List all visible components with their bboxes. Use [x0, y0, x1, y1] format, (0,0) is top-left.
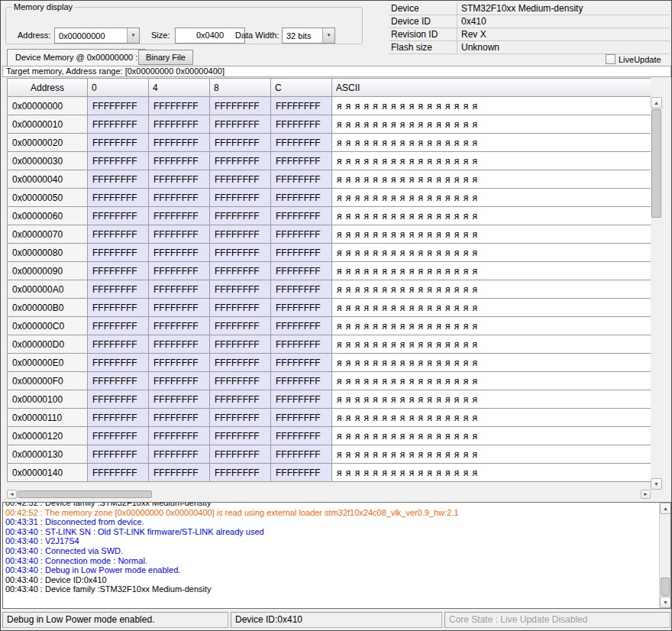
tab-device-memory[interactable]: Device Memory @ 0x00000000 : [7, 49, 146, 66]
memory-value-cell[interactable]: FFFFFFFF [88, 152, 149, 170]
memory-value-cell[interactable]: FFFFFFFF [88, 299, 149, 317]
memory-horizontal-scroll-thumb[interactable] [18, 490, 152, 498]
memory-value-cell[interactable]: FFFFFFFF [271, 170, 332, 189]
scroll-up-icon[interactable]: ▲ [651, 97, 662, 108]
memory-value-cell[interactable]: FFFFFFFF [88, 317, 149, 335]
memory-value-cell[interactable]: FFFFFFFF [149, 409, 210, 427]
memory-value-cell[interactable]: FFFFFFFF [88, 207, 149, 225]
memory-value-cell[interactable]: FFFFFFFF [210, 207, 271, 225]
memory-value-cell[interactable]: FFFFFFFF [271, 335, 332, 354]
memory-value-cell[interactable]: FFFFFFFF [271, 207, 332, 225]
scroll-down-icon[interactable]: ▼ [660, 597, 671, 608]
memory-value-cell[interactable]: FFFFFFFF [88, 134, 149, 152]
scroll-down-icon[interactable]: ▼ [651, 478, 662, 490]
memory-value-cell[interactable]: FFFFFFFF [210, 317, 271, 335]
scroll-left-icon[interactable]: ◄ [7, 490, 17, 499]
memory-value-cell[interactable]: FFFFFFFF [271, 427, 332, 445]
memory-value-cell[interactable]: FFFFFFFF [210, 97, 271, 115]
memory-value-cell[interactable]: FFFFFFFF [88, 390, 149, 409]
data-width-combobox[interactable]: 32 bits ▼ [282, 28, 335, 44]
memory-value-cell[interactable]: FFFFFFFF [210, 445, 271, 464]
memory-horizontal-scrollbar[interactable]: ◄ ► [7, 490, 651, 499]
memory-value-cell[interactable]: FFFFFFFF [271, 244, 332, 262]
memory-value-cell[interactable]: FFFFFFFF [88, 354, 149, 372]
scroll-right-icon[interactable]: ► [641, 490, 651, 499]
memory-value-cell[interactable]: FFFFFFFF [149, 244, 210, 262]
address-combobox[interactable]: 0x00000000 ▼ [54, 28, 140, 44]
tab-binary-file[interactable]: Binary File [138, 50, 193, 65]
memory-value-cell[interactable]: FFFFFFFF [88, 335, 149, 354]
memory-value-cell[interactable]: FFFFFFFF [210, 390, 271, 409]
memory-value-cell[interactable]: FFFFFFFF [271, 464, 332, 482]
memory-value-cell[interactable]: FFFFFFFF [88, 372, 149, 390]
memory-value-cell[interactable]: FFFFFFFF [210, 244, 271, 262]
memory-value-cell[interactable]: FFFFFFFF [271, 445, 332, 464]
memory-value-cell[interactable]: FFFFFFFF [271, 280, 332, 299]
memory-value-cell[interactable]: FFFFFFFF [88, 280, 149, 299]
memory-value-cell[interactable]: FFFFFFFF [271, 409, 332, 427]
chevron-down-icon[interactable]: ▼ [127, 28, 139, 43]
memory-value-cell[interactable]: FFFFFFFF [210, 464, 271, 482]
memory-value-cell[interactable]: FFFFFFFF [149, 445, 210, 464]
memory-value-cell[interactable]: FFFFFFFF [271, 354, 332, 372]
memory-value-cell[interactable]: FFFFFFFF [149, 354, 210, 372]
memory-value-cell[interactable]: FFFFFFFF [88, 244, 149, 262]
memory-value-cell[interactable]: FFFFFFFF [88, 427, 149, 445]
memory-value-cell[interactable]: FFFFFFFF [271, 317, 332, 335]
memory-value-cell[interactable]: FFFFFFFF [149, 427, 210, 445]
memory-value-cell[interactable]: FFFFFFFF [149, 262, 210, 280]
memory-value-cell[interactable]: FFFFFFFF [271, 372, 332, 390]
memory-value-cell[interactable]: FFFFFFFF [271, 262, 332, 280]
memory-value-cell[interactable]: FFFFFFFF [88, 445, 149, 464]
live-update-checkbox[interactable] [606, 54, 615, 64]
memory-value-cell[interactable]: FFFFFFFF [271, 152, 332, 170]
memory-value-cell[interactable]: FFFFFFFF [210, 409, 271, 427]
memory-value-cell[interactable]: FFFFFFFF [210, 427, 271, 445]
memory-value-cell[interactable]: FFFFFFFF [210, 372, 271, 390]
memory-value-cell[interactable]: FFFFFFFF [149, 464, 210, 482]
memory-value-cell[interactable]: FFFFFFFF [210, 299, 271, 317]
memory-value-cell[interactable]: FFFFFFFF [210, 262, 271, 280]
memory-value-cell[interactable]: FFFFFFFF [88, 262, 149, 280]
memory-value-cell[interactable]: FFFFFFFF [149, 97, 210, 115]
memory-value-cell[interactable]: FFFFFFFF [210, 335, 271, 354]
memory-value-cell[interactable]: FFFFFFFF [271, 97, 332, 115]
memory-value-cell[interactable]: FFFFFFFF [149, 335, 210, 354]
memory-value-cell[interactable]: FFFFFFFF [149, 170, 210, 189]
memory-value-cell[interactable]: FFFFFFFF [149, 317, 210, 335]
memory-value-cell[interactable]: FFFFFFFF [210, 354, 271, 372]
memory-value-cell[interactable]: FFFFFFFF [271, 390, 332, 409]
memory-vertical-scrollbar[interactable]: ▲ ▼ [651, 97, 662, 490]
memory-value-cell[interactable]: FFFFFFFF [271, 115, 332, 134]
memory-value-cell[interactable]: FFFFFFFF [88, 464, 149, 482]
memory-value-cell[interactable]: FFFFFFFF [210, 152, 271, 170]
memory-value-cell[interactable]: FFFFFFFF [88, 189, 149, 207]
memory-value-cell[interactable]: FFFFFFFF [149, 280, 210, 299]
memory-value-cell[interactable]: FFFFFFFF [149, 152, 210, 170]
memory-value-cell[interactable]: FFFFFFFF [88, 170, 149, 189]
memory-value-cell[interactable]: FFFFFFFF [271, 299, 332, 317]
memory-value-cell[interactable]: FFFFFFFF [88, 225, 149, 244]
memory-value-cell[interactable]: FFFFFFFF [149, 207, 210, 225]
memory-value-cell[interactable]: FFFFFFFF [210, 225, 271, 244]
memory-value-cell[interactable]: FFFFFFFF [149, 372, 210, 390]
memory-value-cell[interactable]: FFFFFFFF [149, 189, 210, 207]
live-update-control[interactable]: LiveUpdate [606, 54, 661, 64]
memory-value-cell[interactable]: FFFFFFFF [210, 189, 271, 207]
memory-value-cell[interactable]: FFFFFFFF [88, 97, 149, 115]
memory-value-cell[interactable]: FFFFFFFF [149, 390, 210, 409]
memory-value-cell[interactable]: FFFFFFFF [210, 280, 271, 299]
memory-value-cell[interactable]: FFFFFFFF [149, 299, 210, 317]
memory-value-cell[interactable]: FFFFFFFF [88, 409, 149, 427]
memory-value-cell[interactable]: FFFFFFFF [88, 115, 149, 134]
memory-value-cell[interactable]: FFFFFFFF [149, 225, 210, 244]
memory-value-cell[interactable]: FFFFFFFF [149, 134, 210, 152]
memory-value-cell[interactable]: FFFFFFFF [149, 115, 210, 134]
memory-vertical-scroll-thumb[interactable] [651, 109, 661, 218]
memory-value-cell[interactable]: FFFFFFFF [210, 170, 271, 189]
memory-value-cell[interactable]: FFFFFFFF [271, 189, 332, 207]
memory-value-cell[interactable]: FFFFFFFF [210, 115, 271, 134]
chevron-down-icon[interactable]: ▼ [322, 28, 334, 43]
memory-value-cell[interactable]: FFFFFFFF [271, 134, 332, 152]
scroll-up-icon[interactable]: ▲ [660, 503, 671, 514]
